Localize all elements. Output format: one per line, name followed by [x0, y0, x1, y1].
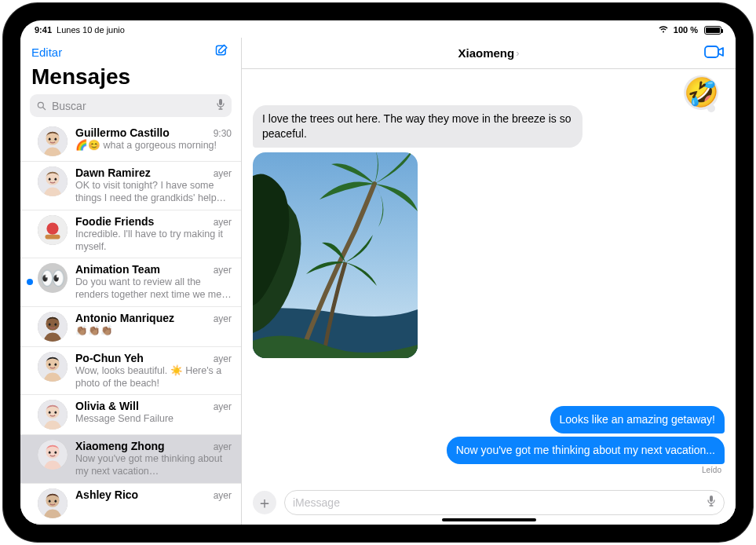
svg-point-29	[54, 451, 57, 453]
conversation-name: Antonio Manriquez	[75, 312, 174, 324]
search-icon	[36, 101, 47, 112]
read-receipt: Leído	[702, 466, 725, 474]
svg-point-21	[54, 363, 57, 365]
svg-point-12	[46, 222, 58, 234]
search-input[interactable]	[52, 100, 211, 112]
avatar	[38, 352, 68, 382]
svg-point-10	[54, 177, 57, 180]
conversation-preview: 🌈😊 what a gorgeous morning!	[75, 139, 232, 152]
conversation-time: ayer	[209, 490, 232, 501]
chevron-right-icon: ›	[516, 47, 519, 59]
outgoing-message[interactable]: Looks like an amazing getaway!	[550, 406, 725, 433]
messages-app: Editar Mensajes Guillermo Castill	[20, 38, 736, 525]
conversation-row[interactable]: Olivia & WillayerMessage Send Failure	[20, 395, 241, 435]
dictation-icon[interactable]	[216, 98, 225, 113]
compose-button[interactable]	[214, 42, 230, 61]
conversation-time: ayer	[209, 265, 232, 276]
conversation-name: Olivia & Will	[75, 400, 139, 412]
screen: 9:41 Lunes 10 de junio 100 % Editar	[20, 20, 736, 525]
search-field[interactable]	[30, 94, 232, 117]
svg-point-32	[49, 499, 51, 502]
avatar	[38, 488, 68, 518]
message-thread[interactable]: 🤣 I love the trees out here. The way the…	[242, 69, 736, 485]
compose-field[interactable]	[284, 490, 725, 515]
wifi-icon	[658, 25, 669, 35]
unread-indicator	[27, 279, 33, 285]
avatar	[38, 400, 68, 430]
conversation-preview: Message Send Failure	[75, 412, 232, 425]
tapback-reaction[interactable]: 🤣	[684, 75, 718, 110]
contact-name-button[interactable]: Xiaomeng ›	[458, 46, 519, 60]
facetime-button[interactable]	[704, 44, 725, 63]
avatar: 👀	[38, 263, 68, 293]
conversation-name: Ashley Rico	[75, 488, 138, 501]
conversation-time: ayer	[209, 217, 232, 228]
conversation-time: 9:30	[209, 128, 232, 139]
status-date: Lunes 10 de junio	[57, 25, 125, 35]
svg-point-25	[54, 411, 57, 413]
conversation-time: ayer	[209, 168, 232, 179]
svg-rect-2	[219, 99, 222, 105]
conversation-pane: Xiaomeng › 🤣 I love the trees out here. …	[242, 38, 736, 525]
svg-point-33	[54, 499, 57, 502]
svg-rect-13	[46, 234, 60, 239]
conversation-preview: Wow, looks beautiful. ☀️ Here's a photo …	[75, 364, 232, 390]
svg-point-9	[49, 177, 51, 180]
conversation-time: ayer	[209, 441, 232, 452]
avatar	[38, 166, 68, 196]
conversation-row[interactable]: Guillermo Castillo9:30🌈😊 what a gorgeous…	[20, 122, 241, 162]
conversation-time: ayer	[209, 313, 232, 324]
compose-input[interactable]	[293, 496, 707, 509]
svg-point-28	[49, 451, 51, 453]
photo-attachment[interactable]	[253, 152, 418, 358]
svg-point-1	[38, 102, 43, 108]
dictation-icon[interactable]	[707, 495, 716, 510]
conversation-preview: Now you've got me thinking about my next…	[75, 452, 232, 478]
conversation-row[interactable]: Foodie FriendsayerIncredible. I'll have …	[20, 210, 241, 259]
status-bar: 9:41 Lunes 10 de junio 100 %	[20, 20, 736, 38]
conversation-row[interactable]: Xiaomeng ZhongayerNow you've got me thin…	[20, 435, 241, 484]
svg-rect-34	[705, 46, 718, 57]
edit-button[interactable]: Editar	[31, 46, 62, 59]
svg-point-5	[49, 137, 51, 140]
outgoing-message[interactable]: Now you've got me thinking about my next…	[447, 437, 725, 464]
svg-point-17	[54, 323, 57, 325]
conversation-row[interactable]: 👀Animation TeamayerDo you want to review…	[20, 258, 241, 307]
svg-rect-38	[710, 496, 713, 502]
conversation-name: Animation Team	[75, 263, 160, 276]
home-indicator[interactable]	[442, 518, 536, 521]
conversation-preview: OK to visit tonight? I have some things …	[75, 179, 232, 205]
conversation-time: ayer	[209, 353, 232, 364]
avatar	[38, 312, 68, 342]
status-time: 9:41	[35, 25, 52, 35]
tapback-emoji: 🤣	[684, 76, 719, 109]
ipad-frame: 9:41 Lunes 10 de junio 100 % Editar	[3, 3, 753, 542]
battery-icon	[704, 26, 721, 35]
contact-name: Xiaomeng	[458, 46, 514, 60]
conversation-name: Xiaomeng Zhong	[75, 440, 165, 452]
conversation-time: ayer	[209, 401, 232, 412]
svg-point-24	[49, 411, 51, 413]
conversation-list: Guillermo Castillo9:30🌈😊 what a gorgeous…	[20, 122, 241, 525]
conversation-row[interactable]: Po-Chun YehayerWow, looks beautiful. ☀️ …	[20, 347, 241, 396]
conversation-list-sidebar: Editar Mensajes Guillermo Castill	[20, 38, 242, 525]
conversation-name: Po-Chun Yeh	[75, 352, 144, 364]
incoming-message[interactable]: I love the trees out here. The way they …	[253, 105, 583, 148]
conversation-name: Dawn Ramirez	[75, 166, 151, 179]
conversation-preview: Incredible. I'll have to try making it m…	[75, 228, 232, 254]
conversation-preview: Do you want to review all the renders to…	[75, 276, 232, 302]
avatar	[38, 126, 68, 156]
battery-percent: 100 %	[674, 25, 698, 35]
conversation-row[interactable]: Antonio Manriquezayer👏🏽👏🏽👏🏽	[20, 307, 241, 347]
sidebar-title: Mensajes	[20, 63, 241, 94]
apps-button[interactable]: ＋	[253, 491, 276, 514]
conversation-row[interactable]: Dawn RamirezayerOK to visit tonight? I h…	[20, 162, 241, 210]
conversation-header: Xiaomeng ›	[242, 38, 736, 69]
conversation-preview: 👏🏽👏🏽👏🏽	[75, 324, 232, 337]
avatar	[38, 440, 68, 470]
conversation-name: Foodie Friends	[75, 215, 154, 228]
avatar	[38, 215, 68, 245]
svg-point-20	[49, 363, 51, 365]
conversation-row[interactable]: Ashley Ricoayer	[20, 484, 241, 524]
conversation-name: Guillermo Castillo	[75, 126, 170, 139]
